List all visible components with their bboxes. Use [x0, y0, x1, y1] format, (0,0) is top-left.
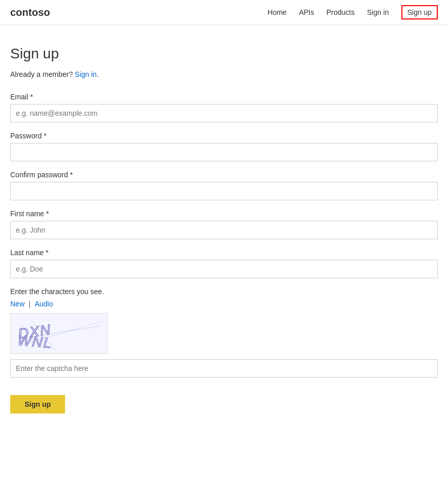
captcha-input[interactable]	[10, 359, 438, 378]
confirm-password-label: Confirm password *	[10, 171, 438, 179]
confirm-password-group: Confirm password *	[10, 171, 438, 200]
submit-section: Sign up	[10, 387, 438, 413]
captcha-separator: |	[29, 300, 31, 308]
captcha-svg: DXN WNL	[14, 316, 104, 351]
nav-signin[interactable]: Sign in	[367, 8, 389, 16]
nav-signup[interactable]: Sign up	[401, 5, 438, 19]
site-logo[interactable]: contoso	[10, 7, 50, 18]
nav-home[interactable]: Home	[268, 8, 287, 16]
email-group: Email *	[10, 93, 438, 122]
firstname-input[interactable]	[10, 221, 438, 239]
lastname-label: Last name *	[10, 248, 438, 257]
captcha-audio-link[interactable]: Audio	[35, 300, 53, 308]
password-label: Password *	[10, 132, 438, 140]
nav-apis[interactable]: APIs	[299, 8, 314, 16]
captcha-links: New | Audio	[10, 300, 438, 308]
lastname-group: Last name *	[10, 248, 438, 278]
main-nav: Home APIs Products Sign in Sign up	[268, 5, 438, 19]
svg-text:WNL: WNL	[17, 332, 53, 351]
password-group: Password *	[10, 132, 438, 161]
already-member-text: Already a member? Sign in.	[10, 70, 438, 78]
captcha-image: DXN WNL	[10, 313, 108, 354]
email-input[interactable]	[10, 104, 438, 122]
confirm-password-input[interactable]	[10, 182, 438, 200]
firstname-label: First name *	[10, 210, 438, 218]
signup-form: Email * Password * Confirm password * Fi…	[10, 93, 438, 413]
firstname-group: First name *	[10, 210, 438, 239]
nav-products[interactable]: Products	[326, 8, 354, 16]
captcha-instruction: Enter the characters you see.	[10, 287, 438, 296]
page-title: Sign up	[10, 46, 438, 62]
email-label: Email *	[10, 93, 438, 101]
captcha-new-link[interactable]: New	[10, 300, 25, 308]
lastname-input[interactable]	[10, 260, 438, 278]
password-input[interactable]	[10, 143, 438, 161]
captcha-section: Enter the characters you see. New | Audi…	[10, 287, 438, 378]
signin-link[interactable]: Sign in	[75, 70, 97, 78]
signup-button[interactable]: Sign up	[10, 395, 65, 413]
